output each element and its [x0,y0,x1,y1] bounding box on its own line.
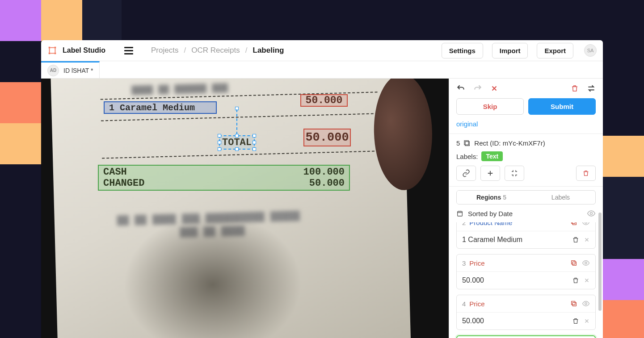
region-card[interactable]: 3Price [456,254,596,289]
bg-tile [82,0,122,41]
region-value-row [457,231,595,248]
bbox-total-selected[interactable]: TOTAL [219,135,255,150]
original-link[interactable]: original [456,120,478,128]
svg-rect-15 [572,301,575,305]
annotation-canvas[interactable]: ████ ██ ██████ ███ ██ ██ ████ ███ ██████… [41,79,449,338]
bbox-price-1[interactable]: 50.000 [300,94,348,107]
eye-icon[interactable] [582,259,590,267]
region-card[interactable]: 2Product Name [456,222,596,249]
tab-regions[interactable]: Regions5 [457,191,526,204]
bbox-cash-block[interactable]: CASH100.000 CHANGED50.000 [98,165,350,191]
region-value-row [457,312,595,330]
svg-rect-11 [572,262,576,265]
svg-rect-14 [572,302,576,306]
content-area: ████ ██ ██████ ███ ██ ██ ████ ███ ██████… [41,79,603,338]
region-card[interactable]: 4Price [456,295,596,330]
region-head[interactable]: 5Text [457,336,595,338]
selected-region-info: 5 Rect (ID: mYc-KmXF7r) Labels: Text [449,134,603,187]
svg-rect-0 [49,47,51,49]
submit-button[interactable]: Submit [528,98,596,115]
bg-tile [0,123,41,164]
changed-label: CHANGED [103,178,144,189]
labels-label: Labels: [456,153,478,160]
bbox-total-text: TOTAL [222,137,252,148]
region-label-name: Price [469,259,484,267]
trash-icon[interactable] [572,277,579,284]
region-value-input[interactable] [462,236,568,244]
bg-tile [603,136,644,177]
region-head[interactable]: 2Product Name [457,222,595,231]
collapse-tool-button[interactable] [505,166,524,181]
region-head[interactable]: 3Price [457,255,595,271]
bg-tile [603,259,644,300]
undo-button[interactable] [456,84,465,93]
skip-button[interactable]: Skip [456,98,524,115]
import-button[interactable]: Import [492,43,528,58]
task-tab[interactable]: AD ID lSHAT * [41,61,100,78]
redo-button[interactable] [473,84,482,93]
side-panel: Skip Submit original 5 Rect (ID: mYc-KmX… [449,79,603,338]
region-label-name: Product Name [469,222,512,226]
close-icon[interactable] [584,237,590,243]
logo-icon [47,46,57,55]
swap-button[interactable] [587,84,596,93]
svg-rect-6 [458,211,463,216]
region-number: 2 [462,222,466,226]
breadcrumb-project[interactable]: OCR Receipts [191,46,240,55]
svg-rect-9 [572,222,575,224]
panel-tabs: Regions5 Labels [456,190,596,204]
settings-button[interactable]: Settings [442,43,483,58]
close-icon[interactable] [584,318,590,324]
export-button[interactable]: Export [537,43,573,58]
visibility-icon[interactable] [587,209,596,218]
label-chip-text[interactable]: Text [481,151,503,161]
copy-icon[interactable] [570,259,577,267]
sort-label: Sorted by Date [468,210,513,217]
close-icon[interactable] [584,277,590,284]
hamburger-menu-button[interactable] [124,47,133,54]
sort-icon [456,210,463,217]
bbox-product-name[interactable]: 1 Caramel Medium [104,101,217,114]
tab-bar: AD ID lSHAT * [41,61,603,79]
bg-tile [603,300,644,338]
svg-point-16 [585,303,587,305]
region-card[interactable]: 5Text [456,335,596,338]
region-number: 4 [462,300,466,308]
receipt-image: ████ ██ ██████ ███ ██ ██ ████ ███ ██████… [50,79,412,338]
trash-icon[interactable] [572,236,579,243]
reset-button[interactable] [490,84,498,92]
svg-rect-12 [572,261,575,264]
breadcrumb-projects[interactable]: Projects [151,46,178,55]
eye-icon[interactable] [582,222,590,226]
eye-icon[interactable] [582,300,590,308]
svg-point-13 [585,262,587,264]
trash-icon[interactable] [572,317,579,325]
app-name: Label Studio [63,46,105,54]
region-value-input[interactable] [462,276,568,284]
copy-icon[interactable] [570,300,577,307]
link-tool-button[interactable] [456,166,476,181]
bg-tile [0,0,41,41]
sort-row[interactable]: Sorted by Date [449,204,603,222]
copy-icon[interactable] [570,222,577,226]
tab-labels[interactable]: Labels [526,191,595,204]
add-tool-button[interactable] [480,166,500,181]
bbox-price-2[interactable]: 50.000 [303,129,351,146]
region-value-input[interactable] [462,317,568,325]
region-number: 3 [462,259,466,267]
breadcrumb-current: Labeling [253,46,284,55]
scrollbar[interactable] [598,213,602,311]
delete-annotation-button[interactable] [571,84,579,92]
cash-label: CASH [103,167,127,178]
header-bar: Label Studio Projects / OCR Receipts / L… [41,40,603,61]
regions-list: 2Product Name3Price4Price5Text [449,222,603,338]
region-head[interactable]: 4Price [457,295,595,312]
avatar[interactable]: SA [584,44,597,57]
svg-rect-2 [49,53,51,54]
svg-point-7 [590,213,593,215]
tab-title: ID lSHAT * [63,67,93,74]
region-index: 5 [456,139,460,147]
region-label-name: Price [469,300,484,308]
delete-region-button[interactable] [576,166,596,181]
changed-value: 50.000 [309,178,345,189]
